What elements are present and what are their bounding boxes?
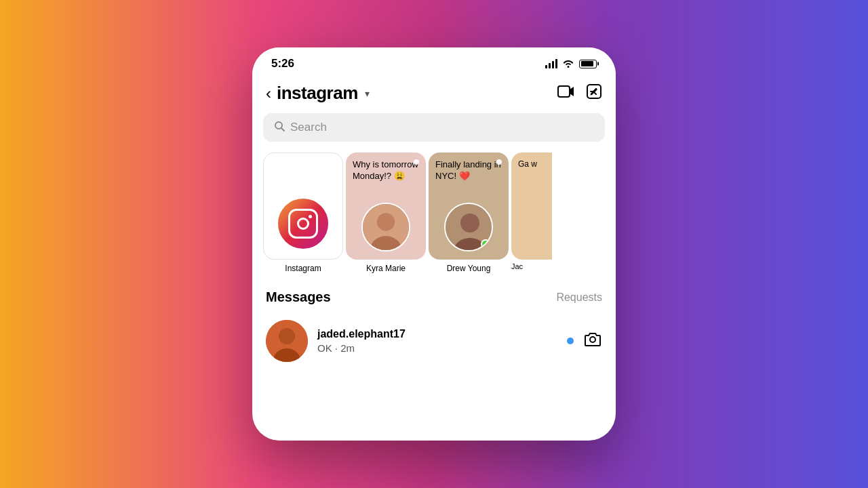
- story-text-kyra: Why is tomorrow Monday!? 😩: [346, 152, 426, 182]
- story-card-kyra: Why is tomorrow Monday!? 😩: [346, 152, 426, 260]
- story-name-kyra: Kyra Marie: [366, 264, 406, 273]
- story-name-instagram: Instagram: [285, 264, 321, 273]
- app-title: instagram: [277, 83, 358, 104]
- svg-point-13: [590, 337, 595, 342]
- story-card-instagram: [263, 152, 343, 260]
- status-bar: 5:26: [252, 47, 616, 76]
- instagram-logo-avatar: [276, 197, 330, 251]
- compose-icon[interactable]: [586, 83, 602, 104]
- story-item-kyra[interactable]: Why is tomorrow Monday!? 😩 Kyra Marie: [346, 152, 426, 273]
- messages-section: Messages Requests jaded.elephant17 OK · …: [252, 284, 616, 367]
- message-preview-jaded: OK · 2m: [317, 342, 557, 354]
- story-dot-kyra: [414, 159, 419, 165]
- stories-row: Instagram Why is tomorrow Monday!? 😩: [252, 152, 616, 284]
- status-icons: [545, 58, 597, 70]
- header: ‹ instagram ▾: [252, 76, 616, 113]
- story-name-drew: Drew Young: [447, 264, 491, 273]
- story-item-drew[interactable]: Finally landing in NYC! ❤️ Drew Young: [429, 152, 509, 273]
- message-username-jaded: jaded.elephant17: [317, 328, 557, 340]
- story-dot-drew: [496, 159, 502, 165]
- message-avatar-jaded: [266, 320, 308, 362]
- search-icon: [274, 121, 285, 134]
- svg-line-3: [281, 128, 284, 131]
- battery-icon: [579, 60, 597, 68]
- story-item-instagram[interactable]: Instagram: [263, 152, 343, 273]
- search-bar-container: Search: [252, 113, 616, 152]
- message-item-jaded[interactable]: jaded.elephant17 OK · 2m: [266, 314, 602, 367]
- search-placeholder: Search: [290, 121, 594, 134]
- message-info-jaded: jaded.elephant17 OK · 2m: [317, 328, 557, 354]
- jaded-photo: [266, 320, 308, 362]
- phone-mockup: 5:26 ‹ instagram ▾: [252, 47, 616, 441]
- signal-icon: [545, 59, 557, 68]
- camera-icon[interactable]: [583, 331, 602, 351]
- story-card-drew: Finally landing in NYC! ❤️: [429, 152, 509, 260]
- back-button[interactable]: ‹: [266, 84, 271, 103]
- story-avatar-drew: [444, 203, 493, 251]
- svg-rect-0: [558, 86, 570, 97]
- search-bar[interactable]: Search: [263, 113, 605, 142]
- video-call-icon[interactable]: [557, 84, 575, 103]
- status-time: 5:26: [271, 57, 294, 70]
- messages-header: Messages Requests: [266, 289, 602, 305]
- kyra-photo: [363, 203, 409, 251]
- story-name-jack: Jac: [511, 262, 523, 270]
- story-card-jack: Ga w: [511, 152, 552, 260]
- requests-button[interactable]: Requests: [556, 291, 602, 304]
- online-indicator-drew: [481, 239, 490, 249]
- svg-point-11: [279, 328, 295, 344]
- message-actions-jaded: [567, 331, 602, 351]
- unread-indicator: [567, 338, 574, 344]
- story-text-drew: Finally landing in NYC! ❤️: [429, 152, 509, 182]
- svg-point-8: [460, 214, 479, 232]
- wifi-icon: [562, 58, 574, 70]
- story-avatar-kyra: [361, 203, 410, 251]
- svg-point-5: [377, 213, 395, 230]
- chevron-down-icon[interactable]: ▾: [365, 88, 370, 99]
- story-item-jack[interactable]: Ga w Jac: [511, 152, 552, 273]
- messages-title: Messages: [266, 289, 331, 305]
- story-text-jack: Ga w: [511, 152, 552, 170]
